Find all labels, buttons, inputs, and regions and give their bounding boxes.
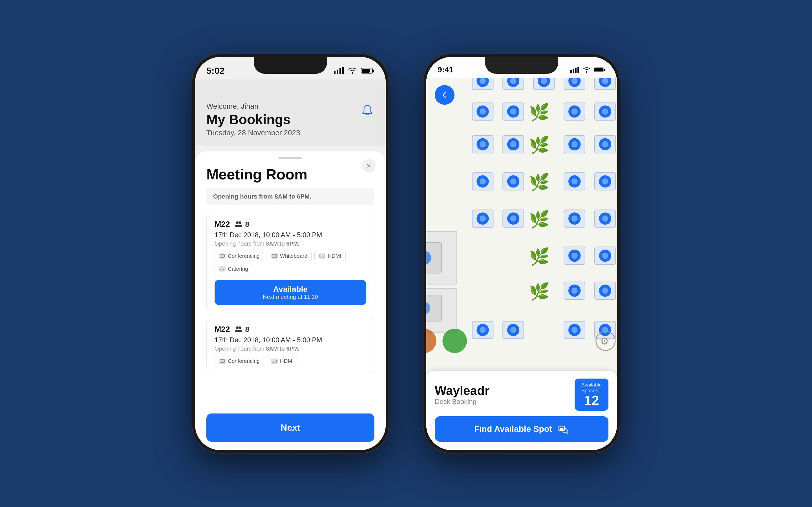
svg-rect-3 bbox=[342, 67, 344, 74]
svg-text:🌿: 🌿 bbox=[529, 247, 550, 267]
svg-rect-0 bbox=[334, 71, 336, 74]
svg-point-115 bbox=[571, 288, 578, 294]
wifi-icon-2 bbox=[582, 67, 591, 73]
battery-icon bbox=[361, 67, 374, 74]
cards-scroll: M22 8 17th Dec 201 bbox=[206, 213, 374, 408]
available-button[interactable]: Available Next meeting at 11:30 bbox=[214, 280, 366, 305]
panel-row1: Wayleadr Desk Booking AvailableSpaces 12 bbox=[435, 379, 608, 411]
hdmi-icon bbox=[319, 253, 325, 259]
svg-point-128 bbox=[571, 327, 578, 333]
date-text: Tuesday, 28 November 2023 bbox=[206, 128, 374, 137]
svg-point-92 bbox=[602, 178, 608, 184]
venue-name: Wayleadr bbox=[435, 384, 490, 398]
svg-text:🌿: 🌿 bbox=[529, 282, 550, 301]
svg-rect-19 bbox=[272, 360, 276, 362]
svg-rect-12 bbox=[272, 255, 276, 258]
card-datetime-2: 17th Dec 2018, 10:00 AM - 5:00 PM bbox=[214, 336, 366, 344]
svg-point-24 bbox=[586, 71, 588, 73]
svg-point-79 bbox=[602, 141, 608, 147]
phone-bookings: 5:02 bbox=[192, 54, 389, 453]
svg-point-131 bbox=[602, 327, 608, 333]
room-id-2: M22 bbox=[214, 325, 230, 334]
tag-conferencing-2: Conferencing bbox=[214, 356, 264, 366]
svg-text:🌿: 🌿 bbox=[529, 135, 550, 155]
opening-hours-banner: Opening hours from 8AM to 6PM. bbox=[206, 188, 374, 205]
phone2-screen: 9:41 bbox=[426, 57, 617, 450]
monitor-icon-2 bbox=[219, 358, 225, 363]
svg-rect-10 bbox=[220, 255, 224, 258]
svg-point-53 bbox=[602, 78, 608, 84]
signal-icon bbox=[334, 67, 344, 74]
svg-point-95 bbox=[479, 216, 486, 222]
svg-point-102 bbox=[571, 216, 578, 222]
capacity-number-2: 8 bbox=[245, 325, 249, 334]
booking-card-1: M22 8 17th Dec 201 bbox=[206, 213, 374, 312]
welcome-text: Welcome, Jihan bbox=[206, 102, 374, 111]
close-button[interactable]: × bbox=[362, 159, 375, 173]
status-icons-2 bbox=[570, 67, 606, 73]
svg-point-118 bbox=[602, 288, 608, 294]
spaces-badge: AvailableSpaces 12 bbox=[574, 379, 608, 411]
svg-point-85 bbox=[510, 178, 516, 184]
svg-point-44 bbox=[510, 78, 516, 84]
tag-conferencing: Conferencing bbox=[214, 251, 264, 261]
people-icon-2 bbox=[234, 326, 243, 333]
spaces-label: AvailableSpaces bbox=[581, 382, 602, 394]
svg-point-59 bbox=[510, 108, 516, 115]
svg-point-8 bbox=[236, 221, 239, 224]
svg-point-111 bbox=[602, 252, 608, 259]
card-header-2: M22 8 bbox=[214, 325, 366, 334]
svg-point-89 bbox=[571, 178, 578, 184]
back-button[interactable] bbox=[435, 85, 455, 105]
whiteboard-icon bbox=[271, 253, 278, 259]
svg-rect-13 bbox=[320, 255, 324, 257]
tag-label: HDMI bbox=[327, 253, 342, 259]
svg-rect-21 bbox=[573, 69, 574, 73]
bell-icon[interactable] bbox=[360, 103, 374, 117]
svg-rect-22 bbox=[575, 68, 576, 73]
amenity-tags-1: Conferencing Whiteboard bbox=[214, 251, 366, 274]
next-meeting-label: Next meeting at 11:30 bbox=[263, 294, 318, 300]
svg-point-50 bbox=[571, 78, 578, 84]
svg-point-47 bbox=[541, 78, 547, 84]
card-hours-1: Opening hours from 8AM to 6PM. bbox=[214, 240, 366, 247]
svg-point-72 bbox=[510, 141, 516, 147]
map-bottom-panel: Wayleadr Desk Booking AvailableSpaces 12… bbox=[426, 371, 617, 450]
phone1-screen: 5:02 bbox=[195, 57, 386, 450]
booking-card-2: M22 8 17th Dec 201 bbox=[206, 318, 374, 373]
status-icons-1 bbox=[334, 67, 374, 74]
notch-2 bbox=[485, 57, 558, 74]
capacity-1: 8 bbox=[234, 220, 249, 229]
svg-rect-1 bbox=[337, 69, 338, 74]
find-spot-button[interactable]: Find Available Spot bbox=[435, 416, 608, 442]
svg-point-122 bbox=[479, 327, 486, 333]
find-spot-label: Find Available Spot bbox=[474, 424, 552, 434]
tag-label: Conferencing bbox=[228, 253, 260, 259]
svg-rect-23 bbox=[577, 67, 579, 73]
svg-point-56 bbox=[479, 108, 486, 115]
sheet-handle bbox=[279, 157, 302, 159]
status-time-1: 5:02 bbox=[206, 66, 224, 76]
tag-label: HDMI bbox=[280, 358, 294, 364]
svg-point-4 bbox=[352, 72, 353, 74]
svg-point-9 bbox=[239, 221, 241, 224]
svg-line-138 bbox=[566, 432, 568, 434]
svg-rect-17 bbox=[220, 359, 224, 362]
search-desk-icon bbox=[557, 423, 569, 435]
svg-rect-7 bbox=[362, 69, 370, 73]
card-datetime-1: 17th Dec 2018, 10:00 AM - 5:00 PM bbox=[214, 231, 366, 239]
main-scene: 5:02 bbox=[0, 0, 812, 507]
signal-icon-2 bbox=[570, 67, 579, 73]
tag-label: Catering bbox=[228, 266, 248, 272]
monitor-icon bbox=[219, 253, 225, 259]
capacity-number-1: 8 bbox=[245, 220, 249, 229]
next-button[interactable]: Next bbox=[206, 413, 374, 442]
capacity-2: 8 bbox=[234, 325, 249, 334]
svg-text:🌿: 🌿 bbox=[529, 172, 550, 192]
phone-map: 9:41 bbox=[423, 54, 620, 453]
svg-text:🌿: 🌿 bbox=[529, 210, 550, 229]
wifi-icon bbox=[347, 67, 357, 74]
venue-info: Wayleadr Desk Booking bbox=[435, 384, 490, 406]
svg-point-15 bbox=[236, 327, 239, 329]
svg-rect-6 bbox=[373, 69, 374, 72]
